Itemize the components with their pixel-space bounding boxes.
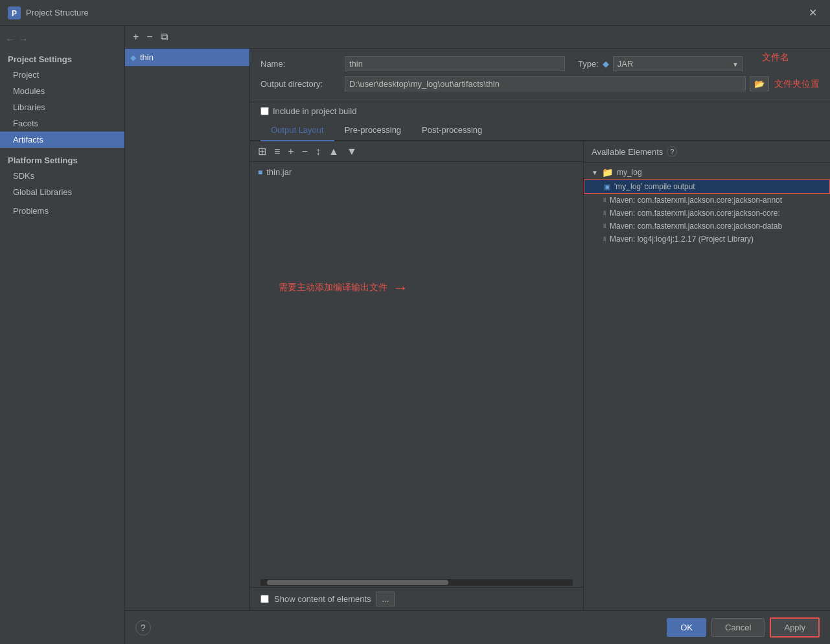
maven-icon-1: ⦀ — [603, 196, 606, 204]
include-label: Include in project build — [273, 106, 356, 116]
folder-open-icon: 📂 — [754, 79, 765, 89]
name-input[interactable] — [345, 56, 565, 71]
type-diamond-icon: ◆ — [603, 59, 609, 69]
artifact-toolbar: + − ⧉ — [125, 26, 830, 49]
avail-item-mylog[interactable]: ▼ 📁 my_log — [584, 165, 830, 179]
form-section: Name: Type: ◆ JAR WAR EAR — [250, 49, 830, 102]
help-icon[interactable]: ? — [667, 146, 677, 157]
project-settings-label: Project Settings — [0, 49, 124, 67]
compile-output-icon: ▣ — [604, 183, 610, 191]
jar-diamond-icon: ◆ — [130, 53, 136, 62]
footer: ? OK Cancel Apply — [125, 610, 830, 644]
sidebar-item-sdks[interactable]: SDKs — [0, 168, 124, 184]
output-dir-row: Output directory: 📂 文件夹位置 — [260, 76, 820, 91]
sidebar: ← → Project Settings Project Modules Lib… — [0, 26, 125, 644]
tab-post-processing[interactable]: Post-processing — [411, 120, 492, 141]
available-header: Available Elements ? — [584, 141, 830, 163]
expand-arrow: ▼ — [592, 169, 598, 176]
dir-row: 📂 — [345, 76, 769, 91]
output-right-panel: Available Elements ? ▼ 📁 my_log — [584, 141, 830, 610]
tab-output-layout[interactable]: Output Layout — [260, 120, 334, 141]
remove-artifact-button[interactable]: − — [144, 30, 155, 44]
sidebar-item-libraries[interactable]: Libraries — [0, 99, 124, 115]
app-logo: P — [8, 6, 21, 19]
artifact-list: ◆ thin — [125, 49, 250, 610]
output-left-panel: ⊞ ≡ + − ↕ ▲ ▼ ■ thin.jar — [250, 141, 584, 610]
avail-item-maven-4[interactable]: ⦀ Maven: log4j:log4j:1.2.17 (Project Lib… — [584, 233, 830, 246]
include-checkbox[interactable] — [260, 107, 269, 115]
main-layout: ← → Project Settings Project Modules Lib… — [0, 26, 830, 644]
artifact-content: ◆ thin Name: Type: ◆ — [125, 49, 830, 610]
bars-icon-button[interactable]: ≡ — [271, 144, 282, 159]
sidebar-item-project[interactable]: Project — [0, 67, 124, 83]
sort-button[interactable]: ↕ — [313, 144, 323, 159]
output-dir-input[interactable] — [345, 76, 746, 91]
maven-icon-2: ⦀ — [603, 209, 606, 217]
layout-icon-button[interactable]: ⊞ — [255, 144, 269, 159]
tree-item-thin-jar[interactable]: ■ thin.jar — [250, 165, 583, 179]
avail-item-compile-output[interactable]: ▣ 'my_log' compile output — [584, 179, 830, 194]
nav-back-button[interactable]: ← — [5, 34, 16, 45]
annotation-folder: 文件夹位置 — [774, 78, 820, 90]
ok-button[interactable]: OK — [667, 618, 706, 637]
avail-item-maven-2[interactable]: ⦀ Maven: com.fasterxml.jackson.core:jack… — [584, 207, 830, 220]
jar-icon: ■ — [258, 168, 262, 177]
sidebar-item-facets[interactable]: Facets — [0, 115, 124, 132]
title-bar: P Project Structure ✕ — [0, 0, 830, 26]
right-panel: Name: Type: ◆ JAR WAR EAR — [250, 49, 830, 610]
bottom-section: Show content of elements ... — [250, 587, 583, 610]
tab-pre-processing[interactable]: Pre-processing — [334, 120, 411, 141]
move-down-button[interactable]: ▼ — [344, 144, 360, 159]
include-checkbox-row: Include in project build — [250, 102, 830, 120]
avail-item-maven-3[interactable]: ⦀ Maven: com.fasterxml.jackson.core:jack… — [584, 220, 830, 233]
content-area: + − ⧉ ◆ thin Name: — [125, 26, 830, 644]
apply-button[interactable]: Apply — [770, 617, 820, 638]
platform-settings-label: Platform Settings — [0, 150, 124, 168]
svg-text:P: P — [12, 9, 17, 18]
show-content-label: Show content of elements — [274, 594, 371, 604]
help-button[interactable]: ? — [135, 620, 151, 636]
sidebar-nav: ← → — [0, 31, 124, 48]
artifact-list-item-thin[interactable]: ◆ thin — [125, 49, 249, 66]
horizontal-scrollbar[interactable] — [260, 579, 573, 586]
available-tree: ▼ 📁 my_log ▣ 'my_log' compile output — [584, 163, 830, 610]
name-label: Name: — [260, 59, 345, 69]
cancel-button[interactable]: Cancel — [711, 618, 765, 637]
sidebar-item-artifacts[interactable]: Artifacts — [0, 132, 124, 148]
output-tree-toolbar: ⊞ ≡ + − ↕ ▲ ▼ — [250, 141, 583, 162]
tabs-row: Output Layout Pre-processing Post-proces… — [250, 120, 830, 141]
annotation-filename: 文件名 — [762, 52, 789, 63]
nav-forward-button[interactable]: → — [18, 34, 29, 45]
more-button[interactable]: ... — [376, 592, 395, 606]
sidebar-item-modules[interactable]: Modules — [0, 83, 124, 99]
folder-icon: 📁 — [602, 167, 613, 178]
name-row: Name: Type: ◆ JAR WAR EAR — [260, 56, 820, 71]
show-content-checkbox[interactable] — [260, 595, 269, 603]
type-select[interactable]: JAR WAR EAR — [613, 56, 743, 71]
browse-dir-button[interactable]: 📂 — [750, 76, 769, 91]
maven-icon-3: ⦀ — [603, 222, 606, 230]
output-dir-label: Output directory: — [260, 79, 345, 89]
copy-artifact-button[interactable]: ⧉ — [158, 30, 170, 44]
avail-item-maven-1[interactable]: ⦀ Maven: com.fasterxml.jackson.core:jack… — [584, 194, 830, 207]
maven-icon-4: ⦀ — [603, 235, 606, 243]
sidebar-item-problems[interactable]: Problems — [0, 203, 124, 219]
sidebar-item-global-libraries[interactable]: Global Libraries — [0, 184, 124, 200]
output-layout-area: ⊞ ≡ + − ↕ ▲ ▼ ■ thin.jar — [250, 141, 830, 610]
move-up-button[interactable]: ▲ — [326, 144, 341, 159]
close-button[interactable]: ✕ — [803, 4, 822, 21]
window-title: Project Structure — [26, 8, 803, 17]
add-artifact-button[interactable]: + — [130, 30, 141, 44]
scroll-thumb — [267, 580, 448, 585]
output-tree: ■ thin.jar — [250, 162, 583, 578]
type-section: Type: ◆ JAR WAR EAR — [578, 56, 743, 71]
type-select-wrapper: JAR WAR EAR — [613, 56, 743, 71]
available-header-text: Available Elements — [592, 147, 663, 157]
add-element-button[interactable]: + — [285, 144, 296, 159]
remove-element-button[interactable]: − — [299, 144, 310, 159]
